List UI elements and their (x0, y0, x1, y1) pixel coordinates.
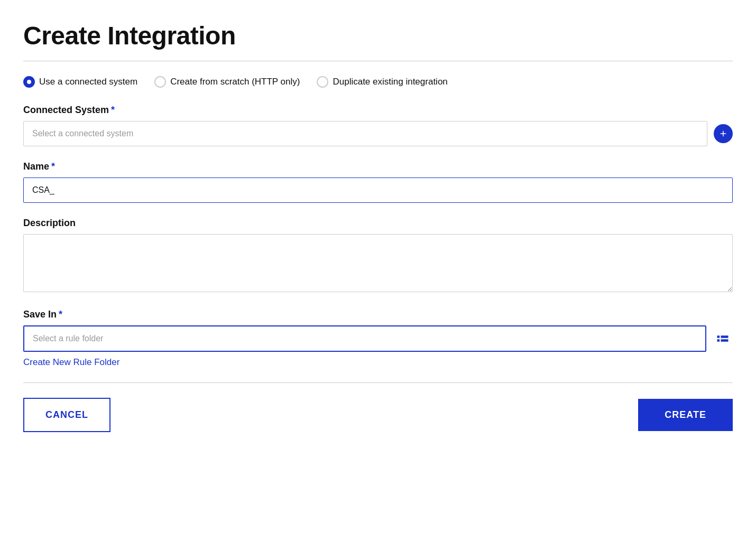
connected-system-label-text: Connected System (23, 105, 109, 116)
description-section: Description (23, 218, 733, 294)
save-in-label-text: Save In (23, 309, 57, 320)
radio-duplicate[interactable]: Duplicate existing integration (317, 76, 447, 88)
connected-system-input-row (23, 121, 733, 146)
connected-system-section: Connected System * (23, 105, 733, 146)
cancel-button[interactable]: CANCEL (23, 398, 110, 432)
plus-icon (718, 129, 728, 138)
radio-group: Use a connected system Create from scrat… (23, 76, 733, 88)
save-in-label: Save In * (23, 309, 733, 320)
radio-use-connected-label: Use a connected system (39, 77, 137, 87)
save-in-section: Save In * Create New Rule Folder (23, 309, 733, 368)
connected-system-input[interactable] (23, 121, 707, 146)
button-row: CANCEL CREATE (23, 398, 733, 432)
radio-use-connected[interactable]: Use a connected system (23, 76, 137, 88)
description-label: Description (23, 218, 733, 229)
page-title: Create Integration (23, 21, 733, 50)
name-section: Name * (23, 161, 733, 203)
create-new-rule-folder-link[interactable]: Create New Rule Folder (23, 357, 119, 368)
bottom-divider (23, 382, 733, 383)
list-icon (715, 331, 730, 346)
radio-create-scratch-input[interactable] (154, 76, 166, 88)
add-connected-system-button[interactable] (714, 124, 733, 143)
description-label-text: Description (23, 218, 76, 229)
connected-system-required-star: * (111, 105, 115, 116)
name-label-text: Name (23, 161, 49, 172)
save-in-input[interactable] (23, 325, 706, 352)
name-required-star: * (51, 161, 55, 172)
radio-create-scratch[interactable]: Create from scratch (HTTP only) (154, 76, 300, 88)
name-input[interactable] (23, 177, 733, 203)
create-button[interactable]: CREATE (638, 399, 733, 431)
connected-system-label: Connected System * (23, 105, 733, 116)
radio-duplicate-label: Duplicate existing integration (333, 77, 447, 87)
radio-duplicate-input[interactable] (317, 76, 328, 88)
title-divider (23, 61, 733, 61)
name-label: Name * (23, 161, 733, 172)
description-textarea[interactable] (23, 234, 733, 292)
name-input-wrapper (23, 177, 733, 203)
save-in-list-button[interactable] (713, 329, 733, 349)
save-in-input-row (23, 325, 733, 352)
radio-use-connected-input[interactable] (23, 76, 35, 88)
save-in-required-star: * (59, 309, 62, 320)
radio-create-scratch-label: Create from scratch (HTTP only) (170, 77, 300, 87)
